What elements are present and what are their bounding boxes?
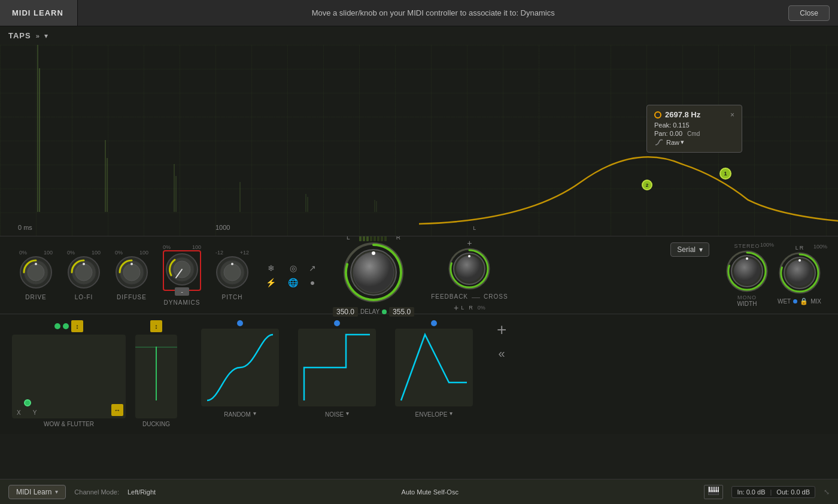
pitch-label: PITCH bbox=[222, 294, 243, 300]
svg-point-27 bbox=[468, 255, 470, 257]
wow-up-arrow[interactable]: ↕ bbox=[71, 320, 83, 332]
peak-label: Peak: 0.115 bbox=[654, 122, 690, 129]
noise-canvas[interactable] bbox=[298, 329, 376, 406]
drive-knob-group: 0%100 DRIVE bbox=[19, 250, 53, 300]
cross-plus-icon[interactable]: + bbox=[454, 303, 459, 312]
feedback-l-label: L bbox=[473, 225, 476, 231]
svg-point-30 bbox=[734, 258, 760, 284]
dynamics-label: DYNAMICS bbox=[164, 299, 201, 306]
resize-icon[interactable]: ⤡ bbox=[824, 488, 830, 496]
taps-dropdown[interactable]: ▾ bbox=[44, 32, 48, 40]
random-canvas[interactable] bbox=[201, 329, 279, 406]
close-button[interactable]: Close bbox=[788, 5, 830, 21]
time-marker-0: 0 ms bbox=[18, 224, 32, 231]
dynamics-knob[interactable] bbox=[165, 253, 199, 289]
ducking-canvas[interactable] bbox=[135, 335, 177, 418]
raw-dropdown[interactable]: Raw ▾ bbox=[666, 138, 684, 146]
taps-label: TAPS bbox=[8, 31, 31, 40]
serial-dropdown[interactable]: Serial ▾ bbox=[670, 242, 709, 257]
lofi-knob[interactable] bbox=[67, 256, 101, 292]
envelope-dropdown-arrow[interactable]: ▾ bbox=[450, 410, 453, 417]
wet-dot bbox=[793, 299, 797, 303]
snowflake-icon[interactable]: ❄ bbox=[268, 263, 275, 273]
random-dropdown-arrow[interactable]: ▾ bbox=[253, 410, 256, 417]
svg-point-35 bbox=[798, 259, 801, 262]
svg-point-2 bbox=[28, 264, 44, 281]
mix-group: 100% L R WET bbox=[778, 245, 821, 305]
pitch-knob[interactable] bbox=[215, 256, 249, 292]
curve-point-2[interactable]: 2 bbox=[642, 180, 652, 190]
svg-rect-48 bbox=[715, 487, 716, 490]
svg-point-34 bbox=[787, 260, 813, 286]
envelope-header bbox=[431, 320, 437, 326]
width-knob[interactable] bbox=[726, 250, 768, 294]
collapse-mod-button[interactable]: « bbox=[499, 347, 505, 360]
svg-point-23 bbox=[372, 251, 375, 255]
channel-mode-label: Channel Mode: bbox=[74, 488, 119, 496]
random-dot bbox=[237, 320, 243, 326]
status-bar: MIDI Learn ▾ Channel Mode: Left/Right Au… bbox=[0, 479, 838, 504]
cross-r-label: R bbox=[469, 305, 473, 311]
add-mod-button[interactable]: + bbox=[497, 320, 506, 339]
svg-point-11 bbox=[130, 263, 133, 265]
io-display: In: 0.0 dB | Out: 0.0 dB bbox=[731, 486, 815, 498]
globe-icon: 🌐 bbox=[288, 278, 298, 287]
lofi-label: LO-FI bbox=[75, 294, 93, 300]
delay-display-row: 350.0 DELAY 355.0 bbox=[333, 307, 414, 317]
top-bar-message: Move a slider/knob on your MIDI controll… bbox=[78, 8, 788, 17]
svg-point-19 bbox=[231, 263, 233, 265]
pitch-knob-group: -12+12 PITCH bbox=[215, 250, 249, 300]
taps-arrows-icon[interactable]: » bbox=[36, 32, 40, 40]
wow-flutter-canvas[interactable]: X Y ↔ bbox=[12, 335, 126, 418]
drive-knob[interactable] bbox=[19, 256, 53, 292]
cross-pct-value: 0% bbox=[478, 305, 485, 311]
auto-mute-button[interactable]: Auto Mute Self-Osc bbox=[402, 488, 459, 496]
noise-dropdown-arrow[interactable]: ▾ bbox=[346, 410, 349, 417]
wow-header: ↕ bbox=[54, 320, 83, 332]
in-level: In: 0.0 dB bbox=[737, 488, 765, 496]
ducking-up-arrow[interactable]: ↕ bbox=[150, 320, 162, 332]
curve-icon bbox=[654, 139, 664, 146]
xy-labels: X Y bbox=[17, 409, 37, 416]
info-close-button[interactable]: × bbox=[730, 111, 734, 119]
feedback-dash: — bbox=[472, 292, 480, 302]
diffuse-knob[interactable] bbox=[115, 256, 148, 292]
dot-icon: ● bbox=[310, 278, 315, 287]
svg-point-22 bbox=[353, 252, 394, 293]
envelope-canvas[interactable] bbox=[395, 329, 473, 406]
cross-pct-row: + L R 0% bbox=[454, 303, 485, 312]
feedback-plus-icon[interactable]: + bbox=[467, 238, 472, 248]
width-group: STEREO 100% MONO WIDTH bbox=[726, 243, 768, 307]
midi-icon-button[interactable] bbox=[704, 485, 723, 499]
arrow-icon[interactable]: ↗ bbox=[309, 263, 316, 273]
noise-header bbox=[334, 320, 340, 326]
power-icon[interactable] bbox=[654, 111, 661, 119]
stereo-label: STEREO bbox=[734, 243, 760, 249]
drive-label: DRIVE bbox=[25, 294, 47, 300]
mod-row: ↕ X Y ↔ Wow & Flutter ↕ bbox=[0, 314, 838, 434]
midi-learn-badge-label: MIDI LEARN bbox=[12, 8, 63, 17]
cross-l-label: L bbox=[461, 305, 464, 311]
delay-right-value: 355.0 bbox=[389, 307, 414, 317]
lock-icon[interactable]: 🔒 bbox=[800, 297, 808, 305]
l-label: L bbox=[796, 245, 798, 251]
wow-dot-2 bbox=[63, 323, 69, 329]
wow-lr-arrow[interactable]: ↔ bbox=[111, 404, 123, 416]
svg-point-7 bbox=[83, 263, 85, 265]
piano-icon bbox=[708, 487, 719, 495]
wow-label: Wow & Flutter bbox=[44, 421, 94, 427]
mix-knob[interactable] bbox=[779, 252, 821, 296]
midi-learn-status-button[interactable]: MIDI Learn ▾ bbox=[8, 485, 66, 499]
serial-label: Serial bbox=[677, 245, 696, 254]
curve-point-1[interactable]: 1 bbox=[719, 168, 731, 180]
r-label: R bbox=[800, 245, 804, 251]
sun-icon: ◎ bbox=[290, 263, 297, 273]
width-pct-label: 100% bbox=[760, 242, 774, 248]
envelope-dot bbox=[431, 320, 437, 326]
serial-chevron-icon: ▾ bbox=[699, 245, 703, 254]
delay-label: DELAY bbox=[360, 308, 379, 315]
noise-label: Noise bbox=[325, 411, 344, 418]
feedback-knob[interactable] bbox=[448, 248, 490, 292]
delay-main-knob[interactable] bbox=[344, 242, 403, 305]
lightning-icon[interactable]: ⚡ bbox=[266, 278, 276, 287]
